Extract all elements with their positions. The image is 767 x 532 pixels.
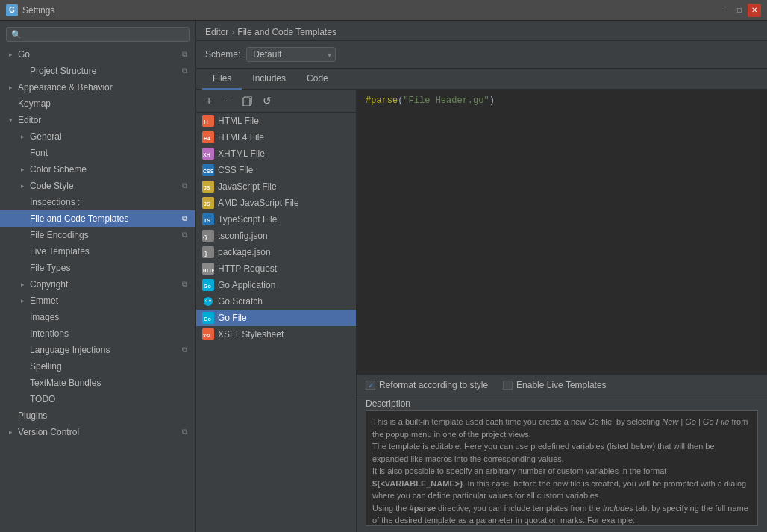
sidebar-item-lang-injections[interactable]: Language Injections ⧉ <box>0 342 195 358</box>
arrow-icon <box>18 280 27 289</box>
file-item-label: CSS File <box>218 165 253 175</box>
file-item-xslt[interactable]: XSL XSLT Stylesheet <box>196 326 356 342</box>
sidebar-item-file-code-templates[interactable]: File and Code Templates ⧉ <box>0 210 195 227</box>
sidebar-item-appearance[interactable]: Appearance & Behavior <box>0 79 195 96</box>
search-box[interactable]: 🔍 <box>6 27 190 42</box>
sidebar-item-version-control[interactable]: Version Control ⧉ <box>0 424 195 440</box>
description-text: This is a built-in template used each ti… <box>372 416 751 526</box>
xslt-icon: XSL <box>202 328 214 340</box>
svg-point-28 <box>210 300 210 301</box>
gopher-icon <box>202 295 214 307</box>
sidebar-item-color-scheme[interactable]: Color Scheme <box>0 161 195 178</box>
sidebar-item-label: TODO <box>30 394 190 404</box>
sidebar-item-emmet[interactable]: Emmet <box>0 292 195 309</box>
close-button[interactable]: ✕ <box>748 4 761 17</box>
sidebar-item-label: Spelling <box>30 361 190 372</box>
sidebar-item-label: Version Control <box>18 427 176 437</box>
file-item-html4[interactable]: H4 HTML4 File <box>196 129 356 145</box>
sidebar-item-editor[interactable]: Editor <box>0 112 195 128</box>
go-app-icon: Go <box>202 279 214 291</box>
code-parse-directive: #parse <box>366 96 398 106</box>
file-item-css[interactable]: CSS CSS File <box>196 162 356 178</box>
sidebar: 🔍 Go ⧉ Project Structure ⧉ Appearance & … <box>0 21 196 532</box>
svg-point-27 <box>206 300 207 301</box>
sidebar-item-project-structure[interactable]: Project Structure ⧉ <box>0 63 195 79</box>
sidebar-item-label: Color Scheme <box>30 164 190 175</box>
reset-template-button[interactable]: ↺ <box>259 93 275 109</box>
sidebar-item-live-templates[interactable]: Live Templates <box>0 243 195 260</box>
sidebar-item-keymap[interactable]: Keymap <box>0 96 195 112</box>
file-list-panel: + − ↺ <box>196 90 357 532</box>
css-file-icon: CSS <box>202 164 214 176</box>
breadcrumb: Editor › File and Code Templates <box>196 21 767 41</box>
file-item-label: JavaScript File <box>218 181 277 192</box>
sidebar-item-label: General <box>30 131 190 142</box>
copy-icon: ⧉ <box>179 66 190 76</box>
sidebar-item-todo[interactable]: TODO <box>0 391 195 407</box>
sidebar-item-file-encodings[interactable]: File Encodings ⧉ <box>0 227 195 243</box>
file-item-go-file[interactable]: Go Go File <box>196 310 356 326</box>
sidebar-item-label: File Types <box>30 263 190 273</box>
reformat-checkbox-item[interactable]: Reformat according to style <box>366 380 488 390</box>
tab-files[interactable]: Files <box>202 69 242 90</box>
file-item-go-application[interactable]: Go Go Application <box>196 277 356 293</box>
sidebar-item-label: Language Injections <box>30 345 176 355</box>
file-item-label: package.json <box>218 247 271 257</box>
sidebar-item-label: File and Code Templates <box>30 213 176 224</box>
sidebar-item-textmate[interactable]: TextMate Bundles <box>0 375 195 391</box>
file-item-label: tsconfig.json <box>218 231 268 241</box>
sidebar-item-font[interactable]: Font <box>0 145 195 161</box>
maximize-button[interactable]: □ <box>733 4 746 17</box>
file-item-label: HTML File <box>218 116 259 126</box>
sidebar-item-file-types[interactable]: File Types <box>0 260 195 276</box>
svg-text:Go: Go <box>204 284 211 289</box>
sidebar-item-label: File Encodings <box>30 230 176 240</box>
scheme-select-wrapper[interactable]: Default Project ▾ <box>246 47 336 62</box>
sidebar-item-plugins[interactable]: Plugins <box>0 407 195 424</box>
reformat-checkbox[interactable] <box>366 381 375 390</box>
package-json-icon: {} <box>202 246 214 258</box>
ts-file-icon: TS <box>202 213 214 225</box>
remove-template-button[interactable]: − <box>220 93 237 109</box>
file-item-go-scratch[interactable]: Go Scratch <box>196 293 356 310</box>
package-json-file-icon: {} <box>202 246 214 258</box>
file-item-tsconfig[interactable]: {} tsconfig.json <box>196 228 356 244</box>
tsconfig-file-icon: {} <box>202 230 214 242</box>
scheme-row: Scheme: Default Project ▾ <box>196 41 767 69</box>
window-title: Settings <box>22 5 54 16</box>
tab-includes[interactable]: Includes <box>242 69 296 90</box>
add-template-button[interactable]: + <box>201 93 217 109</box>
sidebar-item-copyright[interactable]: Copyright ⧉ <box>0 276 195 292</box>
file-item-amd-js[interactable]: JS AMD JavaScript File <box>196 195 356 211</box>
code-editor[interactable]: #parse("File Header.go") <box>357 90 767 375</box>
sidebar-item-go[interactable]: Go ⧉ <box>0 46 195 63</box>
svg-text:CSS: CSS <box>203 169 214 174</box>
file-item-http-request[interactable]: HTTP HTTP Request <box>196 260 356 277</box>
sidebar-item-code-style[interactable]: Code Style ⧉ <box>0 178 195 194</box>
tab-code[interactable]: Code <box>296 69 339 90</box>
copy-icon: ⧉ <box>179 181 190 191</box>
file-item-js[interactable]: JS JavaScript File <box>196 178 356 195</box>
sidebar-item-spelling[interactable]: Spelling <box>0 358 195 375</box>
code-paren-close: ) <box>489 96 495 106</box>
live-templates-checkbox[interactable] <box>503 381 513 390</box>
arrow-icon <box>18 132 27 141</box>
sidebar-item-intentions[interactable]: Intentions <box>0 325 195 342</box>
minimize-button[interactable]: − <box>718 4 731 17</box>
js-file-icon: JS <box>202 181 214 193</box>
scheme-select[interactable]: Default Project <box>246 47 336 62</box>
arrow-icon <box>6 116 15 125</box>
file-item-html[interactable]: H HTML File <box>196 113 356 129</box>
live-templates-checkbox-item[interactable]: Enable Live Templates <box>503 380 607 390</box>
sidebar-item-general[interactable]: General <box>0 128 195 145</box>
reformat-label: Reformat according to style <box>379 380 488 390</box>
search-input[interactable] <box>25 29 184 40</box>
file-item-ts[interactable]: TS TypeScript File <box>196 211 356 228</box>
svg-text:TS: TS <box>204 218 210 223</box>
sidebar-item-inspections[interactable]: Inspections : <box>0 194 195 210</box>
copy-template-button[interactable] <box>240 93 256 109</box>
window-controls: − □ ✕ <box>718 4 761 17</box>
file-item-package-json[interactable]: {} package.json <box>196 244 356 260</box>
sidebar-item-images[interactable]: Images <box>0 309 195 325</box>
file-item-xhtml[interactable]: XH XHTML File <box>196 145 356 162</box>
